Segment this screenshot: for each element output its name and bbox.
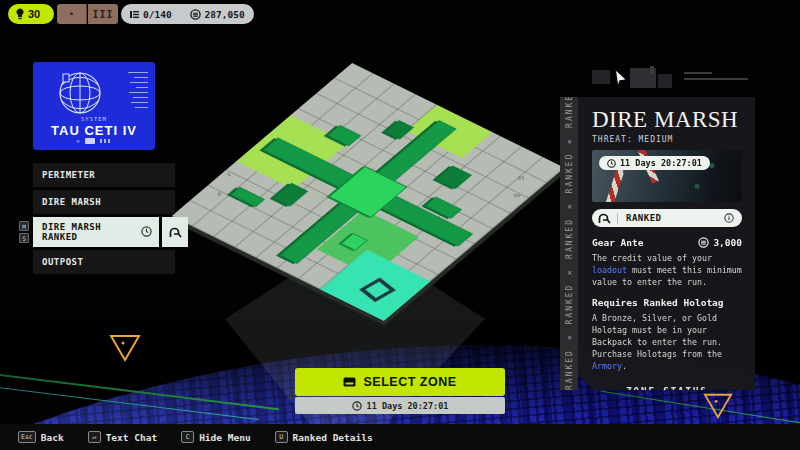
cursor-icon	[612, 68, 630, 90]
system-label: SYSTEM	[33, 116, 155, 122]
zone-item-dire-marsh-ranked[interactable]: DIRE MARSH RANKED	[33, 217, 159, 247]
clock-icon	[141, 226, 152, 237]
gear-ante-description: The credit value of your loadout must me…	[592, 252, 742, 288]
holotag-desc-post: .	[622, 361, 627, 371]
ranked-details-label: Ranked Details	[293, 432, 373, 443]
credits-coin-icon	[190, 9, 201, 20]
tag-glyph-icon	[85, 138, 95, 144]
zone-item-dire-marsh[interactable]: DIRE MARSH	[33, 190, 175, 214]
map-grid-label: 35	[513, 193, 521, 198]
u-keycap: U	[275, 431, 288, 443]
zone-title: DIRE MARSH	[592, 107, 742, 133]
ranked-mode-tile[interactable]	[162, 217, 188, 247]
dots-glyph-icon	[100, 139, 112, 143]
zone-timer: 11 Days 20:27:01	[620, 158, 702, 168]
zone-item-outpost[interactable]: OUTPOST	[33, 250, 175, 274]
zone-item-label-line2: RANKED	[42, 232, 78, 242]
enter-keycap: ↵	[88, 431, 101, 443]
zone-item-perimeter[interactable]: PERIMETER	[33, 163, 175, 187]
ranked-ribbon: RANKED × RANKED × RANKED × RANKED × RANK…	[560, 97, 578, 390]
holotag-requirement-title: Requires Ranked Holotag	[592, 297, 742, 308]
system-card[interactable]: SYSTEM TAU CETI IV ✳	[33, 62, 155, 150]
armory-link[interactable]: Armory	[592, 361, 622, 371]
energy-count: 30	[28, 8, 40, 20]
mode-bar[interactable]: RANKED	[592, 209, 742, 227]
zone-item-label-line1: DIRE MARSH	[42, 222, 101, 232]
map-grid-label: 31	[517, 176, 525, 181]
map-structure-block-6	[231, 187, 266, 207]
map-structure-block-7	[385, 120, 414, 140]
select-zone-timer: 11 Days 20:27:01	[295, 397, 505, 414]
map-structure-block-4	[273, 183, 308, 207]
energy-pill[interactable]: 30	[8, 4, 54, 24]
zone-detail-panel: DIRE MARSH THREAT: MEDIUM 11 Days 20:27:…	[578, 97, 755, 390]
ranked-icon	[592, 213, 618, 224]
zone-photo: 11 Days 20:27:01	[592, 150, 742, 202]
system-name: TAU CETI IV	[33, 123, 155, 138]
raider-progress: 0/140	[143, 9, 172, 20]
gear-ante-row: Gear Ante 3,000	[592, 237, 742, 248]
resources-pill[interactable]: 0/140 287,050	[121, 4, 254, 24]
ranked-ribbon-text: RANKED × RANKED × RANKED × RANKED × RANK…	[565, 97, 574, 390]
faction-glitch-logo	[592, 66, 757, 96]
zone-item-label: OUTPOST	[42, 257, 83, 267]
hotkey-m: M	[19, 221, 29, 231]
select-zone-label: SELECT ZONE	[363, 375, 456, 389]
caution-tape	[603, 168, 624, 202]
holotag-desc-pre: A Bronze, Silver, or Gold Holotag must b…	[592, 313, 722, 359]
hide-menu-label: Hide Menu	[199, 432, 250, 443]
game-screen: 5 8 31 35 30 • III	[0, 0, 800, 450]
zone-timer-pill: 11 Days 20:27:01	[599, 156, 710, 170]
warning-triangle-marker-left[interactable]	[108, 333, 142, 363]
gear-ante-value: 3,000	[713, 237, 742, 248]
top-hud-bar: 30 • III 0/140 287,050	[0, 0, 800, 28]
hide-menu-button[interactable]: C Hide Menu	[181, 431, 250, 443]
mode-label: RANKED	[618, 213, 724, 223]
warning-triangle-marker-right[interactable]	[702, 392, 736, 422]
ranked-details-button[interactable]: U Ranked Details	[275, 431, 373, 443]
credits-amount: 287,050	[205, 9, 245, 20]
console-icon	[343, 377, 356, 387]
gear-ante-label: Gear Ante	[592, 237, 643, 248]
text-chat-label: Text Chat	[106, 432, 157, 443]
select-zone-button[interactable]: SELECT ZONE	[295, 368, 505, 396]
map-grid-label: 5	[227, 172, 231, 177]
clock-icon	[607, 159, 616, 168]
text-chat-button[interactable]: ↵ Text Chat	[88, 431, 157, 443]
pillar-cell[interactable]: III	[88, 4, 118, 24]
asterisk-glyph-icon: ✳	[76, 138, 80, 144]
map-structure-block-2	[436, 166, 471, 189]
clock-icon	[352, 401, 362, 411]
gear-ante-desc-pre: The credit value of your	[592, 253, 712, 263]
select-zone-timer-text: 11 Days 20:27:01	[367, 401, 449, 411]
back-label: Back	[41, 432, 64, 443]
c-keycap: C	[181, 431, 194, 443]
zone-menu-hotkeys: M S	[19, 221, 29, 243]
system-card-glyphs: ✳	[33, 138, 155, 144]
system-card-data-lines	[128, 72, 148, 108]
zone-threat-level: THREAT: MEDIUM	[592, 135, 742, 144]
globe-icon	[57, 70, 103, 116]
list-icon	[130, 10, 139, 19]
zone-item-label: PERIMETER	[42, 170, 95, 180]
zone-marker-icon	[359, 278, 396, 303]
ranked-icon	[169, 227, 182, 238]
pillar-dot-cell[interactable]: •	[57, 4, 87, 24]
back-button[interactable]: Esc Back	[18, 431, 64, 443]
select-zone-group: SELECT ZONE 11 Days 20:27:01	[295, 368, 505, 414]
pillar-level: III	[92, 9, 113, 20]
bottom-action-bar: Esc Back ↵ Text Chat C Hide Menu U Ranke…	[0, 424, 800, 450]
holotag-description: A Bronze, Silver, or Gold Holotag must b…	[592, 312, 742, 372]
loadout-link[interactable]: loadout	[592, 265, 627, 275]
hotkey-s: S	[19, 233, 29, 243]
bulb-icon	[15, 8, 25, 20]
esc-keycap: Esc	[18, 431, 36, 443]
pillar-dot: •	[69, 9, 74, 19]
map-plane[interactable]: 5 8 31 35	[171, 63, 564, 321]
map-grid-label: 8	[217, 192, 221, 197]
zone-item-label: DIRE MARSH	[42, 197, 101, 207]
credits-coin-icon	[698, 237, 709, 248]
info-icon[interactable]	[724, 213, 742, 223]
